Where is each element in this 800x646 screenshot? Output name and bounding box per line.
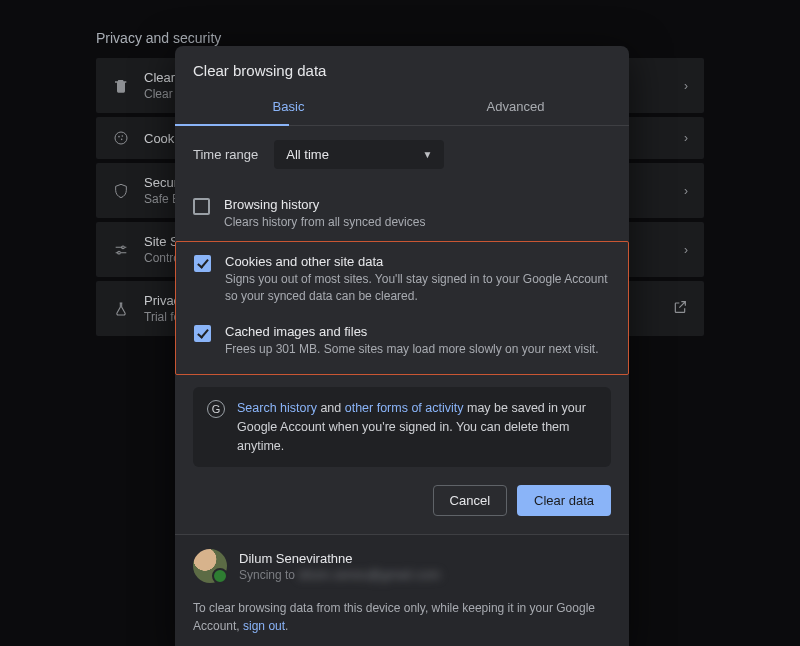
svg-point-1: [118, 136, 120, 138]
cookie-icon: [112, 129, 130, 147]
option-title: Cookies and other site data: [225, 254, 610, 269]
sync-user-name: Dilum Senevirathne: [239, 551, 440, 566]
cancel-button[interactable]: Cancel: [433, 485, 507, 516]
svg-point-4: [122, 246, 125, 249]
time-range-label: Time range: [193, 147, 258, 162]
link-sign-out[interactable]: sign out: [243, 619, 285, 633]
chevron-right-icon: ›: [684, 131, 688, 145]
dialog-tabs: Basic Advanced: [175, 89, 629, 126]
option-browsing-history[interactable]: Browsing history Clears history from all…: [193, 187, 611, 241]
option-cookies[interactable]: Cookies and other site data Signs you ou…: [194, 244, 610, 315]
option-desc: Signs you out of most sites. You'll stay…: [225, 271, 610, 305]
sync-email-address: dilum.seneu@gmail.com: [298, 568, 440, 582]
svg-point-2: [122, 135, 124, 137]
checkbox-cookies[interactable]: [194, 255, 211, 272]
section-title: Privacy and security: [96, 30, 704, 46]
option-desc: Clears history from all synced devices: [224, 214, 425, 231]
chevron-right-icon: ›: [684, 184, 688, 198]
highlight-box: Cookies and other site data Signs you ou…: [175, 241, 629, 375]
google-icon: G: [207, 400, 225, 418]
flask-icon: [112, 300, 130, 318]
option-title: Cached images and files: [225, 324, 598, 339]
chevron-right-icon: ›: [684, 79, 688, 93]
clear-browsing-data-dialog: Clear browsing data Basic Advanced Time …: [175, 46, 629, 646]
option-desc: Frees up 301 MB. Some sites may load mor…: [225, 341, 598, 358]
link-search-history[interactable]: Search history: [237, 401, 317, 415]
clear-data-button[interactable]: Clear data: [517, 485, 611, 516]
avatar: [193, 549, 227, 583]
checkbox-cache[interactable]: [194, 325, 211, 342]
sync-footer-text: To clear browsing data from this device …: [193, 599, 611, 635]
tab-advanced[interactable]: Advanced: [402, 89, 629, 125]
info-text: and: [317, 401, 345, 415]
sync-email-prefix: Syncing to: [239, 568, 298, 582]
svg-point-5: [118, 251, 121, 254]
caret-down-icon: ▼: [422, 149, 432, 160]
time-range-select[interactable]: All time ▼: [274, 140, 444, 169]
tab-basic[interactable]: Basic: [175, 89, 402, 125]
open-external-icon: [672, 299, 688, 318]
option-cache[interactable]: Cached images and files Frees up 301 MB.…: [194, 314, 610, 368]
sliders-icon: [112, 241, 130, 259]
sync-email: Syncing to dilum.seneu@gmail.com: [239, 568, 440, 582]
svg-point-0: [115, 132, 127, 144]
shield-icon: [112, 182, 130, 200]
trash-icon: [112, 77, 130, 95]
time-range-value: All time: [286, 147, 329, 162]
google-account-info: G Search history and other forms of acti…: [193, 387, 611, 467]
link-other-activity[interactable]: other forms of activity: [345, 401, 464, 415]
dialog-title: Clear browsing data: [175, 46, 629, 89]
option-title: Browsing history: [224, 197, 425, 212]
checkbox-browsing-history[interactable]: [193, 198, 210, 215]
sync-foot-post: .: [285, 619, 288, 633]
svg-point-3: [121, 139, 123, 141]
chevron-right-icon: ›: [684, 243, 688, 257]
sync-block: Dilum Senevirathne Syncing to dilum.sene…: [175, 534, 629, 646]
